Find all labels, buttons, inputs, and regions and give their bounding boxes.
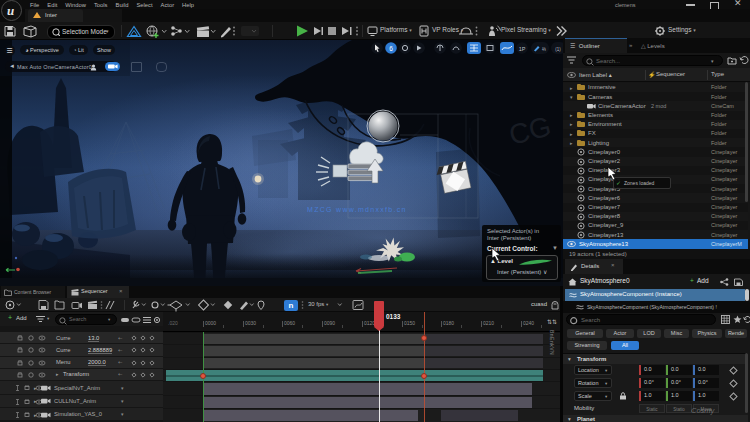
svg-text:6: 6 [389, 45, 393, 52]
svg-text:⅔: ⅔ [542, 47, 546, 52]
svg-text:MZCG www.mdnxxfb.cn: MZCG www.mdnxxfb.cn [307, 206, 407, 213]
svg-text:1P: 1P [519, 46, 526, 52]
svg-text:(1): (1) [555, 47, 561, 52]
